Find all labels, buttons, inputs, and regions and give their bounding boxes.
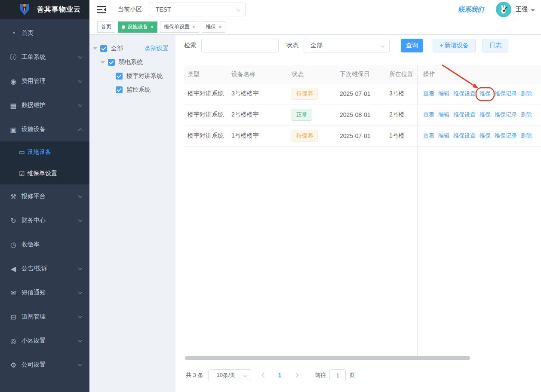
chevron-up-icon: [78, 128, 83, 132]
tree-node-weak-current-system[interactable]: 弱电系统: [89, 55, 175, 69]
maintenance-link[interactable]: 维保: [480, 111, 491, 119]
community-select[interactable]: TEST: [149, 3, 246, 16]
tree-node-label[interactable]: 全部: [111, 45, 123, 52]
page-size-select[interactable]: 10条/页: [208, 369, 251, 381]
maintenance-records-link[interactable]: 维保记录: [495, 132, 517, 140]
sidebar-item-facility-equipment-sub[interactable]: ▭设施设备: [0, 141, 89, 163]
close-icon[interactable]: ×: [192, 24, 195, 30]
query-button[interactable]: 查询: [401, 39, 423, 52]
maintenance-link[interactable]: 维保: [480, 90, 491, 98]
sidebar-item-announcements-complaints[interactable]: ◀公告/投诉: [0, 257, 89, 281]
community-icon: ◎: [9, 337, 18, 345]
add-device-button[interactable]: + 新增设备: [433, 39, 476, 52]
cell-location: 2号楼: [389, 111, 423, 119]
status-badge: 正常: [292, 109, 312, 121]
gate-icon: ⊟: [9, 313, 18, 321]
sidebar-submenu: ▭设施设备☑维保单设置: [0, 141, 89, 184]
close-icon[interactable]: ×: [218, 24, 221, 30]
tree-node-all[interactable]: 全部 类别设置: [89, 42, 175, 55]
sidebar-item-collection-rate[interactable]: ◷收缴率: [0, 233, 89, 257]
view-link[interactable]: 查看: [423, 111, 434, 119]
menu-fold-icon[interactable]: [97, 6, 106, 13]
tree-node-label[interactable]: 楼宇对讲系统: [126, 72, 163, 80]
tab-facility-equipment[interactable]: 设施设备×: [118, 21, 157, 33]
chevron-down-icon: [78, 194, 83, 198]
cell-device-name: 3号楼楼宇: [231, 90, 292, 98]
category-settings-link[interactable]: 类别设置: [144, 45, 169, 52]
tab-label: 维保: [206, 23, 216, 31]
edit-link[interactable]: 编辑: [438, 111, 449, 119]
avatar[interactable]: [496, 2, 511, 17]
edit-link[interactable]: 编辑: [438, 132, 449, 140]
checkbox-building-intercom[interactable]: [116, 73, 123, 80]
delete-link[interactable]: 删除: [521, 132, 532, 140]
delete-link[interactable]: 删除: [521, 90, 532, 98]
chevron-down-icon: [78, 79, 83, 83]
finance-icon: ↻: [9, 217, 18, 225]
sidebar-item-facility-equipment[interactable]: ▣设施设备: [0, 117, 89, 141]
sidebar-item-home[interactable]: ◔首页: [0, 21, 89, 45]
close-icon[interactable]: ×: [151, 24, 154, 30]
sidebar-item-repair-platform[interactable]: ⚒报修平台: [0, 184, 89, 208]
contact-us-link[interactable]: 联系我们: [458, 6, 484, 14]
sidebar-item-fee-management[interactable]: ◉费用管理: [0, 69, 89, 93]
status-select[interactable]: 全部: [304, 39, 390, 52]
tools-icon: ⚒: [9, 193, 18, 201]
fixed-column-divider: [417, 65, 418, 357]
maintenance-link[interactable]: 维保: [480, 132, 491, 140]
goto-page-input[interactable]: [329, 369, 346, 381]
tree-expand-caret-icon[interactable]: [101, 61, 105, 64]
view-link[interactable]: 查看: [423, 90, 434, 98]
edit-link[interactable]: 编辑: [438, 90, 449, 98]
table-body: 楼宇对讲系统3号楼楼宇待保养2025-07-013号楼查看编辑维保设置维保维保记…: [184, 83, 541, 147]
tab-maintenance-order-settings[interactable]: 维保单设置×: [160, 21, 199, 33]
next-page-icon[interactable]: [294, 373, 298, 377]
sidebar-item-finance-center[interactable]: ↻财务中心: [0, 208, 89, 233]
sidebar-item-community-settings[interactable]: ◎小区设置: [0, 329, 89, 353]
sidebar-item-gate-management[interactable]: ⊟道闸管理: [0, 305, 89, 329]
maintenance-settings-link[interactable]: 维保设置: [453, 111, 476, 119]
tree-node-monitoring-system[interactable]: 监控系统: [89, 83, 175, 97]
search-input[interactable]: [201, 39, 279, 52]
tree-node-label[interactable]: 弱电系统: [119, 58, 143, 66]
username[interactable]: 王强: [516, 6, 528, 13]
tree-node-label[interactable]: 监控系统: [126, 86, 151, 94]
chevron-down-icon: [78, 103, 83, 107]
checkbox-monitoring[interactable]: [116, 86, 123, 93]
tab-label: 维保单设置: [164, 23, 190, 31]
maintenance-settings-link[interactable]: 维保设置: [453, 132, 476, 140]
tree-node-building-intercom[interactable]: 楼宇对讲系统: [89, 69, 175, 83]
sidebar-item-label: 费用管理: [22, 77, 46, 85]
view-link[interactable]: 查看: [423, 132, 434, 140]
tab-home[interactable]: 首页: [97, 21, 115, 33]
table-header: 类型设备名称状态下次维保日所在位置操作: [184, 65, 541, 83]
delete-link[interactable]: 删除: [521, 111, 532, 119]
sidebar-item-label: 公告/投诉: [22, 265, 47, 273]
sidebar-item-data-maintenance[interactable]: ▤数据维护: [0, 93, 89, 117]
chevron-down-icon: [78, 218, 83, 222]
page-unit-label: 页: [349, 371, 355, 379]
sidebar-item-sms-notification[interactable]: ✉短信通知: [0, 281, 89, 305]
user-dropdown-caret-icon[interactable]: [531, 9, 535, 12]
facility-icon: ▣: [9, 126, 18, 134]
checkbox-weak-current[interactable]: [108, 59, 115, 66]
status-select-value: 全部: [310, 42, 323, 49]
tab-maintenance[interactable]: 维保×: [202, 21, 225, 33]
sidebar-item-label: 小区设置: [22, 337, 46, 345]
table-row: 楼宇对讲系统2号楼楼宇正常2025-08-012号楼查看编辑维保设置维保维保记录…: [184, 104, 541, 126]
current-page[interactable]: 1: [278, 372, 281, 379]
tree-expand-caret-icon[interactable]: [93, 47, 97, 50]
maintenance-records-link[interactable]: 维保记录: [495, 90, 517, 98]
sidebar-item-maintenance-order-settings[interactable]: ☑维保单设置: [0, 163, 89, 184]
sidebar-item-label: 道闸管理: [22, 313, 46, 321]
cell-location: 3号楼: [389, 90, 423, 98]
maintenance-records-link[interactable]: 维保记录: [495, 111, 517, 119]
horizontal-scrollbar[interactable]: [185, 356, 470, 360]
sidebar-item-work-order-system[interactable]: ⓘ工单系统: [0, 45, 89, 69]
prev-page-icon[interactable]: [262, 373, 267, 377]
sidebar-item-company-settings[interactable]: ⚙公司设置: [0, 353, 89, 377]
maintenance-settings-link[interactable]: 维保设置: [453, 90, 476, 98]
log-button[interactable]: 日志: [483, 39, 508, 52]
checkbox-all[interactable]: [100, 45, 107, 52]
tab-label: 首页: [101, 23, 111, 31]
